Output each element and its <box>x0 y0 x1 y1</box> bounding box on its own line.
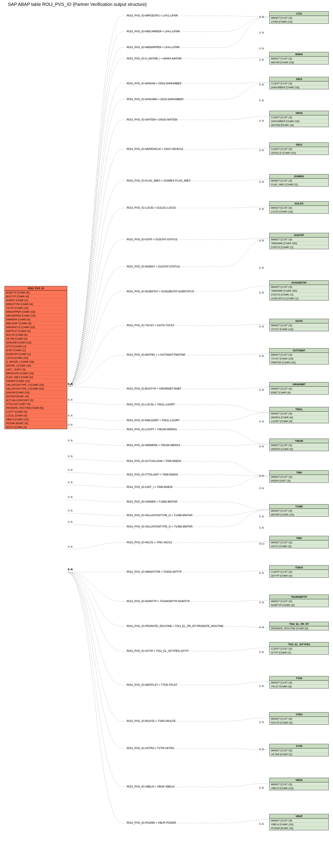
entity-lfa1: LFA1MANDT [CLNT (3)]LIFNR [CHAR (10)] <box>269 11 329 24</box>
entity-field: MANDT [CLNT (3)] <box>270 57 329 60</box>
entity-field: ACTUALUOM [UNIT (3)] <box>5 398 67 402</box>
entity-tvro: TVROMANDT [CLNT (3)]ROUTE [CHAR (6)] <box>269 712 329 725</box>
relation-label: ROIJ_PVS_IO-TSYST = OIJTS-TSYST <box>127 324 174 327</box>
entity-mara: MARAMANDT [CLNT (3)]MATNR [CHAR (18)] <box>269 52 329 64</box>
page-title: SAP ABAP table ROIJ_PVS_IO {Partner Veri… <box>8 2 147 7</box>
entity-field: NOMTYP [CHAR (4)] <box>5 290 67 294</box>
entity-field: NMTPLST [CHAR (4)] <box>5 329 67 333</box>
cardinality-right: 0..N <box>259 354 264 357</box>
relation-label: ROIJ_PVS_IO-UNIT_I = T006-MSEHI <box>127 486 172 489</box>
entity-field: CLIENT [CLNT (3)] <box>270 147 329 151</box>
cardinality-left: 0..N <box>68 509 73 512</box>
entity-field: VALUATIONTYPE_O [CHAR (10)] <box>5 383 67 386</box>
entity-field: BUSTYP [CHAR (4)] <box>5 294 67 298</box>
relation-label: ROIJ_PVS_IO-ROUTE = TVRO-ROUTE <box>127 719 176 723</box>
relation-label: ROIJ_PVS_IO-IMPOEXPO = LFA1-LIFNR <box>127 14 178 17</box>
entity-field: MANDT [CLNT (3)] <box>270 681 329 684</box>
entity-header: OIJLOC <box>270 202 329 206</box>
entity-field: LOCSL [CHAR (4)] <box>5 413 67 417</box>
entity-field: MANDT [CLNT (3)] <box>270 206 329 210</box>
entity-field: MANDT [CLNT (3)] <box>270 782 329 786</box>
relation-label: ROIJ_PVS_IO-NMCARRIER = LFA1-LIFNR <box>127 30 180 33</box>
entity-field: SITYP [CHAR (2)] <box>270 650 329 654</box>
entity-header: TOIGS <box>270 565 329 570</box>
cardinality-right: 0..N <box>259 721 264 723</box>
entity-oijstat: OIJSTATMANDT [CLNT (3)]TABNAME [CHAR (30… <box>269 233 329 249</box>
relation-label: ROIJ_PVS_IO-NOMST = OIJSTAT-STATUS <box>127 265 180 268</box>
entity-field: STATUS [CHAR (1)] <box>270 292 329 297</box>
entity-field: WERKS [CHAR (4)] <box>270 447 329 451</box>
entity-field: NOMST [CHAR (1)] <box>5 298 67 302</box>
entity-field: MANDT [CLNT (3)] <box>270 353 329 356</box>
entity-field: VBELN [CHAR (10)] <box>270 822 329 826</box>
entity-header: TINC <box>270 536 329 540</box>
cardinality-right: 0..N <box>259 239 264 242</box>
entity-field: NMLGORT [CHAR (4)] <box>5 321 67 325</box>
entity-field: MANDT [CLNT (3)] <box>270 717 329 721</box>
entity-field: SHTYP [CHAR (4)] <box>270 574 329 578</box>
cardinality-right: 0..N <box>259 47 264 50</box>
entity-field: SHNUM [CHAR (10)] <box>5 391 67 394</box>
entity-field: VBELN [CHAR (10)] <box>5 417 67 421</box>
cardinality-right: 0..N <box>259 571 264 574</box>
cardinality-right: 0..N <box>259 445 264 448</box>
entity-field: MANDT [CLNT (3)] <box>270 599 329 603</box>
relation-label: ROIJ_PVS_IO-ITTOLUNIT = T006-MSEHI <box>127 473 178 476</box>
entity-field: NMWERK [CHAR (4)] <box>5 317 67 321</box>
entity-header: OIJTS <box>270 319 329 323</box>
relation-label: ROIJ_PVS_IO-LOCPT = T001W-WERKS <box>127 428 177 431</box>
cardinality-right: 0..N <box>259 119 264 122</box>
entity-header: OIRARNBT <box>270 382 329 386</box>
entity-header: TVTR <box>270 744 329 748</box>
entity-header: OIJSUBSTAT <box>270 281 329 285</box>
cardinality-right: 0..N <box>259 626 264 628</box>
entity-field: NMCARRIER [CHAR (10)] <box>5 314 67 317</box>
entity-header: T001W <box>270 439 329 443</box>
relation-label: ROIJ_PVS_IO-ISUBSTAT = OIJSUBSTAT-SUBSTA… <box>127 290 194 293</box>
entity-field: TABNAME [CHAR (30)] <box>270 289 329 292</box>
entity-field: VEHICLE [CHAR (10)] <box>270 151 329 155</box>
entity-t149d: T149DMANDT [CLNT (3)]BWTAR [CHAR (10)] <box>269 504 329 517</box>
cardinality-right: 0..N <box>259 99 264 102</box>
cardinality-right: 0..N <box>259 31 264 34</box>
entity-header: OIGS <box>270 77 329 82</box>
entity-field: MANDT [CLNT (3)] <box>270 411 329 415</box>
entity-field: NMSHTYPE [CHAR (4)] <box>5 302 67 306</box>
entity-header: OIGSI <box>270 111 329 115</box>
entity-header: TOIJ_EL_PR_RT <box>270 622 329 626</box>
cardinality-right: 0..N <box>259 601 264 604</box>
entity-header: TTDS <box>270 676 329 681</box>
entity-field: VALUATIONTYPE_D [CHAR (10)] <box>5 386 67 391</box>
entity-header: OIJSTAT <box>270 233 329 238</box>
relation-label: ROIJ_PVS_IO-S_MATNR_I = MARA-MATNR <box>127 57 182 60</box>
entity-field: SHNUMBER [CHAR (10)] <box>270 119 329 123</box>
entity-field: POSNR [NUMC (6)] <box>270 826 329 830</box>
relation-label: ROIJ_PVS_IO-SHITEM = OIGSI-SHITEM <box>127 118 177 121</box>
entity-header: ROIJ_PVS_IO <box>5 286 67 290</box>
entity-field: TPLST [CHAR (4)] <box>270 684 329 688</box>
relation-label: ROIJ_PVS_IO-NOMTYP = TOIJNOMTYP-NOMTYP <box>127 600 190 603</box>
relation-label: ROIJ_PVS_IO-OWNER = T149D-BWTAR <box>127 500 177 503</box>
entity-field: LOCID [CHAR (10)] <box>5 356 67 360</box>
entity-field: BWTAR [CHAR (10)] <box>270 513 329 517</box>
cardinality-left: 0..N <box>68 468 73 471</box>
entity-field: UNIT_I [UNIT (3)] <box>5 367 67 371</box>
relation-label: ROIJ_PVS_IO-FLAG_IMEX = OIJIMEX-FLAG_IME… <box>127 179 191 182</box>
cardinality-left: 0..N <box>68 439 73 442</box>
relation-label: ROIJ_PVS_IO-SHNUMH = OIGS-SHNUMBER <box>127 98 183 101</box>
entity-field: ROUTE [CHAR (6)] <box>5 333 67 337</box>
relation-label: ROIJ_PVS_IO-VALUATIONTYPE_O = T149D-BWTA… <box>127 525 193 528</box>
entity-toij_el_pr_rt: TOIJ_EL_PR_RTPRORATE_ROUTINE [CHAR (6)] <box>269 622 329 630</box>
entity-field: TSYST [CHAR (10)] <box>5 306 67 310</box>
entity-field: PRORATE_ROUTINE [CHAR (6)] <box>5 406 67 410</box>
cardinality-right: 0..N <box>259 291 264 294</box>
relation-label: ROIJ_PVS_IO-NMLGORT = T001L-LGORT <box>127 419 180 422</box>
cardinality-right: 0..N <box>259 208 264 210</box>
entity-field: MATNR_I [CHAR (18)] <box>5 364 67 367</box>
entity-field: FLAG_IMEX [CHAR (2)] <box>270 183 329 186</box>
entity-header: OIJIMEX <box>270 174 329 179</box>
entity-field: MATNR [CHAR (18)] <box>270 60 329 64</box>
cardinality-right: 0..N <box>259 58 264 61</box>
entity-header: VBUP <box>270 814 329 818</box>
entity-field: CLIENT [CLNT (3)] <box>270 82 329 85</box>
